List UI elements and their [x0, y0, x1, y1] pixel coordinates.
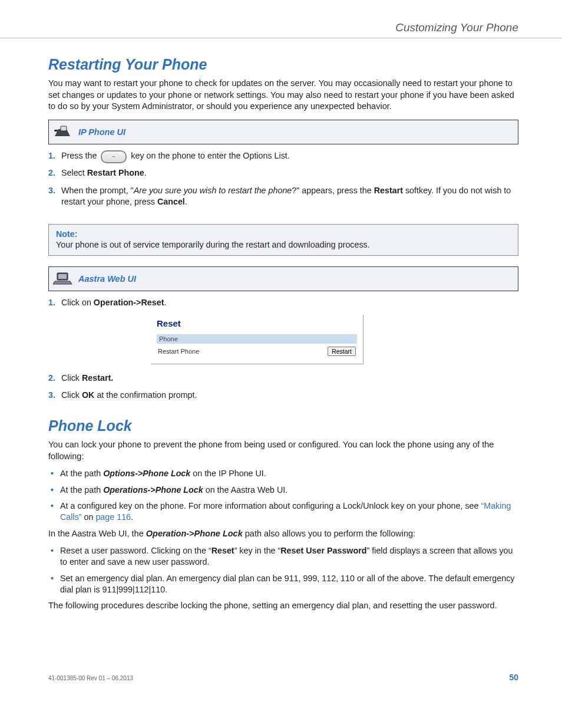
step-text: Press the: [61, 151, 99, 160]
list-item: Set an emergency dial plan. An emergency…: [48, 573, 518, 596]
laptop-icon: [52, 271, 72, 286]
bold-text: Restart.: [82, 373, 113, 383]
note-body: Your phone is out of service temporarily…: [56, 240, 511, 249]
page-link[interactable]: page 116: [95, 512, 131, 522]
list-item: 3. Click OK at the confirmation prompt.: [48, 390, 518, 401]
list-item: 2. Click Restart.: [48, 373, 518, 384]
document-page: Customizing Your Phone Restarting Your P…: [0, 0, 562, 728]
aastra-web-ui-bar: Aastra Web UI: [48, 266, 518, 291]
bold-text: Operation->Reset: [94, 298, 164, 307]
bullet-text: on the Aastra Web UI.: [203, 485, 288, 495]
step-number: 1.: [48, 297, 55, 308]
bold-text: OK: [82, 390, 94, 400]
step-number: 3.: [48, 390, 55, 401]
bold-text: Restart Phone: [87, 168, 144, 177]
options-key-icon: [101, 150, 127, 163]
telephone-icon: [52, 124, 72, 140]
text: path also allows you to perform the foll…: [243, 529, 415, 538]
step-text: Click on: [61, 298, 94, 307]
step-text: at the confirmation prompt.: [94, 390, 197, 400]
bold-italic-text: Options->Phone Lock: [103, 469, 190, 478]
bullet-text: on: [82, 512, 96, 522]
header-rule: [0, 38, 562, 38]
step-number: 2.: [48, 167, 55, 179]
svg-rect-3: [58, 274, 67, 279]
restart-button[interactable]: Restart: [328, 347, 356, 356]
step-text: Click: [61, 373, 82, 383]
page-footer: 41-001385-00 Rev 01 – 06.2013 50: [48, 673, 518, 682]
bullet-text: At the path: [60, 485, 103, 495]
bold-text: Cancel: [157, 197, 185, 206]
phone-lock-intro: You can lock your phone to prevent the p…: [48, 439, 518, 462]
web-steps-list: 1. Click on Operation->Reset.: [48, 297, 518, 308]
bold-text: Restart: [374, 186, 403, 195]
web-steps-list-2: 2. Click Restart. 3. Click OK at the con…: [48, 373, 518, 401]
step-text: When the prompt, ": [61, 186, 134, 195]
reset-panel-title: Reset: [157, 318, 357, 328]
step-text: .: [185, 197, 187, 206]
bullet-text: Reset a user password. Clicking on the “: [60, 546, 211, 555]
step-text: ?" appears, press the: [292, 186, 373, 195]
list-item: 3. When the prompt, "Are you sure you wi…: [48, 185, 518, 208]
step-text: Click: [61, 390, 82, 400]
note-heading: Note:: [56, 229, 511, 239]
bold-text: Reset: [211, 546, 234, 555]
aastra-web-ui-label: Aastra Web UI: [78, 274, 136, 284]
bullet-text: At the path: [60, 469, 103, 478]
ip-phone-ui-label: IP Phone UI: [78, 127, 125, 137]
footer-revision: 41-001385-00 Rev 01 – 06.2013: [48, 675, 133, 681]
phone-lock-bullets-2: Reset a user password. Clicking on the “…: [48, 545, 518, 595]
list-item: Reset a user password. Clicking on the “…: [48, 545, 518, 568]
step-text: .: [144, 168, 147, 177]
reset-panel-row: Restart Phone Restart: [157, 346, 357, 357]
ip-steps-list: 1. Press the key on the phone to enter t…: [48, 150, 518, 208]
svg-rect-0: [61, 126, 67, 131]
bold-italic-text: Operations->Phone Lock: [103, 485, 203, 495]
list-item: 2. Select Restart Phone.: [48, 167, 518, 179]
bold-text: Reset User Password: [280, 546, 366, 555]
note-box: Note: Your phone is out of service tempo…: [48, 224, 518, 256]
step-number: 2.: [48, 373, 55, 384]
text: In the Aastra Web UI, the: [48, 529, 146, 538]
page-number: 50: [509, 673, 518, 682]
list-item: 1. Press the key on the phone to enter t…: [48, 150, 518, 162]
list-item: At the path Operations->Phone Lock on th…: [48, 485, 518, 496]
section-title-restarting: Restarting Your Phone: [48, 56, 518, 73]
list-item: At the path Options->Phone Lock on the I…: [48, 468, 518, 479]
reset-panel-section: Phone: [157, 334, 357, 344]
list-item: At a configured key on the phone. For mo…: [48, 500, 518, 523]
restarting-intro: You may want to restart your phone to ch…: [48, 78, 518, 113]
ip-phone-ui-bar: IP Phone UI: [48, 120, 518, 144]
bullet-text: Set an emergency dial plan. An emergency…: [60, 574, 515, 594]
step-number: 3.: [48, 185, 55, 196]
running-header: Customizing Your Phone: [48, 21, 518, 34]
reset-panel: Reset Phone Restart Phone Restart: [151, 315, 363, 364]
step-number: 1.: [48, 150, 55, 162]
list-item: 1. Click on Operation->Reset.: [48, 297, 518, 308]
step-text: Select: [61, 168, 87, 177]
phone-lock-outro: The following procedures describe lockin…: [48, 600, 518, 612]
bullet-text: .: [131, 512, 133, 522]
section-title-phone-lock: Phone Lock: [48, 417, 518, 434]
italic-text: Are you sure you wish to restart the pho…: [134, 186, 292, 195]
step-text: .: [164, 298, 166, 307]
reset-row-label: Restart Phone: [158, 348, 199, 355]
svg-rect-1: [54, 130, 58, 131]
phone-lock-bullets-1: At the path Options->Phone Lock on the I…: [48, 468, 518, 523]
phone-lock-mid: In the Aastra Web UI, the Operation->Pho…: [48, 528, 518, 540]
bullet-text: At a configured key on the phone. For mo…: [60, 501, 481, 510]
bullet-text: ” key in the “: [234, 546, 281, 555]
step-text: key on the phone to enter the Options Li…: [131, 151, 289, 160]
bullet-text: on the IP Phone UI.: [190, 469, 266, 478]
bold-italic-text: Operation->Phone Lock: [146, 529, 243, 538]
